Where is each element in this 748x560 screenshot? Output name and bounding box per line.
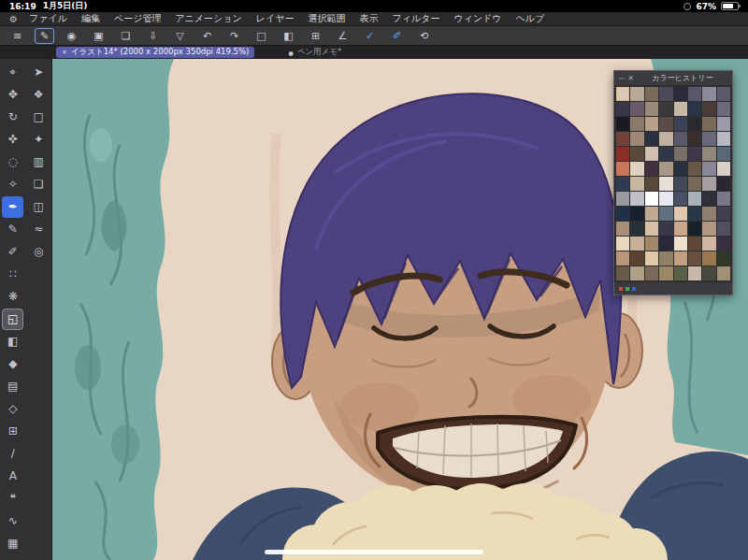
palette-swatch[interactable] — [630, 102, 643, 116]
rotate-canvas-tool[interactable]: ↻ — [2, 107, 23, 128]
stabilizer-icon[interactable]: ✓ — [360, 28, 380, 44]
palette-swatch[interactable] — [702, 192, 715, 206]
blend-tool[interactable]: ◧ — [2, 331, 23, 352]
palette-swatch[interactable] — [717, 87, 730, 101]
palette-swatch[interactable] — [630, 117, 643, 131]
deselect-icon[interactable]: □ — [252, 28, 271, 44]
home-indicator-bar[interactable] — [265, 550, 483, 554]
palette-swatch[interactable] — [674, 207, 687, 221]
operation-tool[interactable]: ➤ — [28, 62, 50, 83]
snap-ruler-icon[interactable]: ∠ — [333, 28, 352, 44]
tab-pen-memo[interactable]: ● ペン用メモ* — [282, 47, 347, 58]
airbrush-tool[interactable]: ∷ — [2, 264, 23, 285]
palette-swatch[interactable] — [630, 162, 643, 176]
correction-tool[interactable]: ≈ — [28, 219, 50, 240]
palette-swatch[interactable] — [717, 162, 730, 176]
pen-settings-icon[interactable]: ✎ — [35, 28, 54, 44]
undo-icon[interactable]: ↶ — [197, 28, 217, 44]
palette-swatch[interactable] — [702, 147, 715, 161]
palette-swatch[interactable] — [616, 117, 629, 131]
palette-swatch[interactable] — [702, 207, 715, 221]
menu-help[interactable]: ヘルプ — [516, 12, 545, 25]
vector-snap-icon[interactable]: ✐ — [387, 28, 407, 44]
add-page-icon[interactable]: ❏ — [116, 28, 136, 44]
object-tool[interactable]: ❖ — [28, 84, 50, 106]
palette-swatch[interactable] — [659, 102, 672, 116]
palette-swatch[interactable] — [630, 251, 643, 266]
palette-swatch[interactable] — [702, 132, 715, 146]
palette-swatch[interactable] — [659, 147, 672, 161]
palette-swatch[interactable] — [630, 192, 643, 206]
palette-swatch[interactable] — [717, 251, 730, 266]
palette-swatch[interactable] — [702, 266, 715, 280]
menu-filter[interactable]: フィルター — [392, 12, 439, 25]
palette-swatch[interactable] — [645, 222, 658, 236]
palette-swatch[interactable] — [616, 207, 629, 221]
palette-swatch[interactable] — [616, 177, 629, 191]
hand-tool[interactable]: ✥ — [2, 84, 23, 106]
ruler-tool[interactable]: ∕ — [2, 443, 23, 465]
palette-swatch[interactable] — [616, 222, 629, 236]
menu-window[interactable]: ウィンドウ — [453, 12, 501, 25]
palette-swatch[interactable] — [645, 251, 658, 266]
palette-swatch[interactable] — [688, 192, 701, 206]
figure-tool[interactable]: ◇ — [2, 398, 23, 420]
palette-swatch[interactable] — [674, 177, 687, 191]
fill-tool[interactable]: ◆ — [2, 353, 23, 375]
palette-swatch[interactable] — [616, 147, 629, 161]
menu-layer[interactable]: レイヤー — [256, 12, 295, 25]
palette-swatch[interactable] — [688, 237, 701, 251]
palette-swatch[interactable] — [717, 222, 730, 236]
palette-swatch[interactable] — [645, 266, 658, 280]
palette-swatch[interactable] — [688, 251, 701, 266]
palette-swatch[interactable] — [645, 117, 658, 131]
material-panel-icon[interactable]: ◫ — [28, 196, 50, 218]
palette-swatch[interactable] — [674, 132, 687, 146]
palette-swatch[interactable] — [630, 87, 643, 101]
palette-swatch[interactable] — [688, 207, 701, 221]
pen-tool[interactable]: ✒ — [2, 196, 23, 218]
palette-swatch[interactable] — [630, 266, 643, 280]
palette-swatch[interactable] — [616, 251, 629, 266]
eraser-tool[interactable]: ◱ — [2, 309, 23, 330]
palette-swatch[interactable] — [717, 207, 730, 221]
palette-swatch[interactable] — [659, 237, 672, 251]
pencil-tool[interactable]: ✎ — [2, 219, 23, 240]
palette-swatch[interactable] — [659, 207, 672, 221]
close-icon[interactable]: ✕ — [628, 74, 634, 82]
palette-swatch[interactable] — [702, 117, 715, 131]
menu-view[interactable]: 表示 — [359, 12, 378, 25]
palette-swatch[interactable] — [630, 177, 643, 191]
palette-swatch[interactable] — [702, 177, 715, 191]
palette-swatch[interactable] — [659, 251, 672, 266]
brush-tool[interactable]: ✐ — [2, 241, 23, 263]
palette-swatch[interactable] — [674, 222, 687, 236]
palette-swatch[interactable] — [645, 147, 658, 161]
palette-swatch[interactable] — [659, 266, 672, 280]
palette-swatch[interactable] — [717, 117, 730, 131]
palette-swatch[interactable] — [659, 132, 672, 146]
tab-illustration[interactable]: ✕ イラスト14* (2000 x 2000px 350dpi 419.5%) — [56, 47, 254, 58]
reset-rotation-icon[interactable]: ⟲ — [414, 28, 434, 44]
mirror-view-icon[interactable]: ▣ — [89, 28, 108, 44]
palette-swatch[interactable] — [688, 87, 701, 101]
palette-swatch[interactable] — [645, 132, 658, 146]
save-icon[interactable]: ▽ — [170, 28, 190, 44]
palette-swatch[interactable] — [717, 266, 730, 280]
palette-swatch[interactable] — [702, 102, 715, 116]
main-menu-icon[interactable]: ≡ — [7, 28, 27, 44]
gradient-tool[interactable]: ▤ — [2, 376, 23, 397]
palette-swatch[interactable] — [616, 132, 629, 146]
lasso-select-tool[interactable]: ◌ — [2, 151, 23, 173]
palette-swatch[interactable] — [645, 87, 658, 101]
palette-swatch[interactable] — [702, 162, 715, 176]
balloon-tool[interactable]: ❝ — [2, 488, 23, 510]
decoration-tool[interactable]: ❋ — [2, 286, 23, 308]
palette-swatch[interactable] — [702, 87, 715, 101]
palette-swatch[interactable] — [674, 147, 687, 161]
palette-swatch[interactable] — [702, 237, 715, 251]
app-menu-icon[interactable]: ⚙ — [9, 14, 18, 24]
collapse-icon[interactable]: — — [618, 74, 626, 82]
palette-swatch[interactable] — [659, 222, 672, 236]
palette-swatch[interactable] — [688, 132, 701, 146]
